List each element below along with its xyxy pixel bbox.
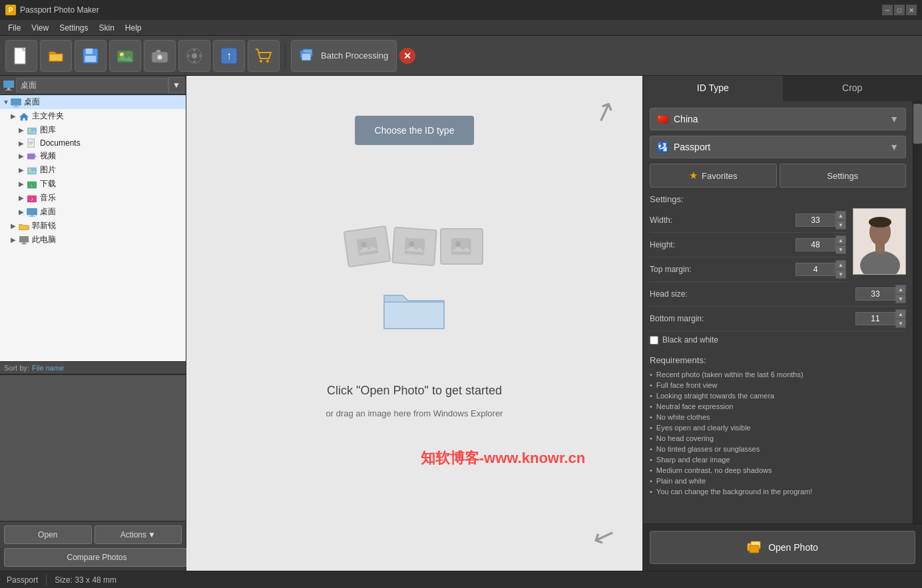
req-item-6: Eyes open and clearly visible xyxy=(650,422,906,433)
req-item-5: No white clothes xyxy=(650,412,906,422)
open-photo-button[interactable]: Open Photo xyxy=(650,531,915,564)
open-photo-bar: Open Photo xyxy=(643,523,922,571)
country-dropdown[interactable]: 🇨🇳 China ▼ xyxy=(650,108,906,130)
scrollbar-thumb[interactable] xyxy=(913,104,922,144)
favorites-button[interactable]: ★ Favorites xyxy=(650,164,777,188)
menu-view[interactable]: View xyxy=(26,22,54,34)
tab-id-type-label: ID Type xyxy=(697,82,729,93)
menu-settings[interactable]: Settings xyxy=(54,22,93,34)
document-dropdown-arrow: ▼ xyxy=(889,142,899,152)
batch-processing-button[interactable]: Batch Processing xyxy=(291,40,397,72)
black-and-white-label: Black and white xyxy=(662,335,718,345)
document-dropdown[interactable]: 🛂 Passport ▼ xyxy=(650,136,906,158)
width-decrement[interactable]: ▼ xyxy=(835,220,846,229)
star-icon: ★ xyxy=(689,170,698,182)
width-increment[interactable]: ▲ xyxy=(835,211,846,220)
tree-label-computer: 此电脑 xyxy=(32,234,56,245)
head-size-decrement[interactable]: ▼ xyxy=(895,294,906,303)
svg-text:♪: ♪ xyxy=(31,196,33,202)
folder-dropdown-button[interactable]: ▼ xyxy=(168,77,184,93)
bottom-margin-input[interactable] xyxy=(855,312,895,325)
head-size-label: Head size: xyxy=(650,289,855,299)
bottom-margin-setting: Bottom margin: ▲ ▼ xyxy=(650,307,906,331)
black-and-white-checkbox[interactable] xyxy=(650,336,658,345)
film-button[interactable] xyxy=(178,40,210,72)
action-buttons-row: ★ Favorites Settings xyxy=(650,164,906,188)
requirements-list: Recent photo (taken within the last 6 mo… xyxy=(650,369,906,497)
batch-close-button[interactable]: ✕ xyxy=(399,48,415,64)
height-input[interactable] xyxy=(796,238,835,251)
tree-item-documents[interactable]: ▶ Documents xyxy=(0,137,186,149)
tree-label-video: 视频 xyxy=(40,150,56,162)
head-size-input[interactable] xyxy=(855,287,895,301)
settings-tab-button[interactable]: Settings xyxy=(780,164,907,188)
top-margin-decrement[interactable]: ▼ xyxy=(835,269,846,279)
camera-button[interactable] xyxy=(144,40,176,72)
menu-skin[interactable]: Skin xyxy=(94,22,120,34)
save-button[interactable] xyxy=(75,40,107,72)
svg-rect-31 xyxy=(27,127,37,134)
tree-item-gallery[interactable]: ▶ 图库 xyxy=(0,123,186,137)
cart-button[interactable] xyxy=(248,40,280,72)
tree-item-video[interactable]: ▶ 视频 xyxy=(0,149,186,163)
svg-rect-62 xyxy=(875,243,885,253)
close-button[interactable]: ✕ xyxy=(906,5,917,15)
svg-rect-27 xyxy=(5,90,12,90)
toolbar-separator xyxy=(285,43,286,69)
height-increment[interactable]: ▲ xyxy=(835,235,846,245)
width-input[interactable] xyxy=(796,214,835,227)
tree-label-documents: Documents xyxy=(40,138,81,148)
tree-item-folder1[interactable]: ▶ 郭新锐 xyxy=(0,219,186,233)
svg-rect-11 xyxy=(156,50,160,53)
tree-item-desktop-root[interactable]: ▼ 桌面 xyxy=(0,95,186,109)
open-folder-button[interactable] xyxy=(40,40,72,72)
tab-id-type[interactable]: ID Type xyxy=(643,76,783,101)
choose-id-type-button[interactable]: Choose the ID type xyxy=(355,116,475,145)
tree-item-desktop-sub[interactable]: ▶ 桌面 xyxy=(0,205,186,219)
svg-rect-66 xyxy=(750,545,759,553)
actions-button[interactable]: Actions ▼ xyxy=(95,525,182,544)
top-margin-increment[interactable]: ▲ xyxy=(835,260,846,269)
photo-placeholder-3 xyxy=(440,228,483,265)
svg-point-57 xyxy=(455,241,461,247)
document-name: Passport xyxy=(674,142,710,152)
tree-item-computer[interactable]: ▶ 此电脑 xyxy=(0,233,186,247)
svg-point-63 xyxy=(869,217,891,227)
tree-item-music[interactable]: ▶ ♪ 音乐 xyxy=(0,191,186,205)
folder-path-input[interactable] xyxy=(16,78,168,92)
open-photo-toolbar-button[interactable] xyxy=(109,40,141,72)
restore-button[interactable]: □ xyxy=(894,5,905,15)
bottom-margin-increment[interactable]: ▲ xyxy=(895,309,906,319)
head-size-increment[interactable]: ▲ xyxy=(895,285,906,294)
svg-point-21 xyxy=(266,60,269,63)
new-button[interactable] xyxy=(5,40,37,72)
req-item-9: Sharp and clear image xyxy=(650,454,906,465)
tab-crop[interactable]: Crop xyxy=(783,76,923,101)
tree-item-downloads[interactable]: ▶ ↓ 下载 xyxy=(0,177,186,191)
sort-by-filename[interactable]: File name xyxy=(32,364,64,372)
tree-item-pictures[interactable]: ▶ 图片 xyxy=(0,163,186,177)
desktop-icon xyxy=(3,79,15,91)
bottom-margin-decrement[interactable]: ▼ xyxy=(895,319,906,328)
drag-instruction: or drag an image here from Windows Explo… xyxy=(326,408,503,418)
tree-item-home[interactable]: ▶ 主文件夹 xyxy=(0,109,186,123)
width-label: Width: xyxy=(650,216,796,225)
menu-file[interactable]: File xyxy=(3,22,26,34)
menu-bar: File View Settings Skin Help xyxy=(0,20,922,36)
desktop-sub-icon xyxy=(27,208,37,217)
menu-help[interactable]: Help xyxy=(120,22,147,34)
right-panel-scrollbar[interactable] xyxy=(913,101,922,523)
sort-by-label: Sort by: xyxy=(4,364,29,372)
compare-photos-button[interactable]: Compare Photos xyxy=(4,548,190,567)
actions-label: Actions xyxy=(120,530,146,539)
height-decrement[interactable]: ▼ xyxy=(835,245,846,254)
tree-label-home: 主文件夹 xyxy=(32,110,64,122)
status-separator xyxy=(46,575,47,585)
open-button[interactable]: Open xyxy=(4,525,92,544)
top-margin-input[interactable] xyxy=(796,263,835,276)
head-size-setting: Head size: ▲ ▼ xyxy=(650,282,906,307)
share-button[interactable]: ↑ xyxy=(213,40,245,72)
open-photo-icon xyxy=(747,539,763,555)
svg-text:↑: ↑ xyxy=(226,50,232,61)
minimize-button[interactable]: ─ xyxy=(882,5,893,15)
